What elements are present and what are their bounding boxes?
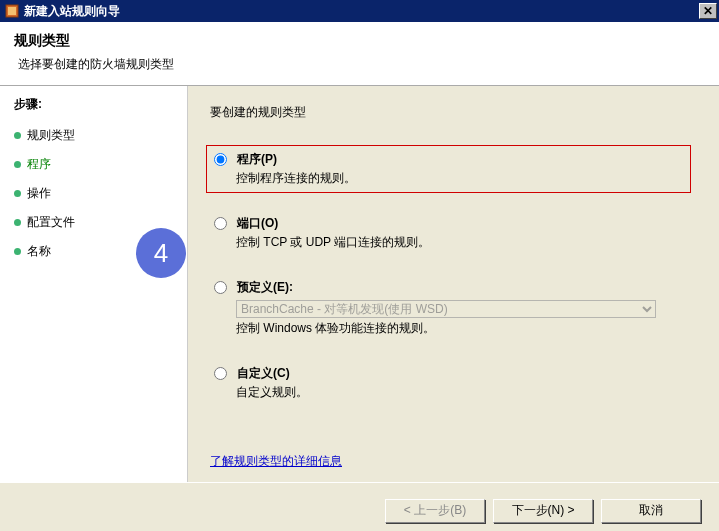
option-predefined: 预定义(E): BranchCache - 对等机发现(使用 WSD) 控制 W… xyxy=(206,273,691,343)
annotation-marker: 4 xyxy=(136,228,186,278)
option-predefined-label: 预定义(E): xyxy=(237,279,293,296)
step-label: 程序 xyxy=(27,156,51,173)
wizard-footer: < 上一步(B) 下一步(N) > 取消 xyxy=(0,482,719,531)
window-title: 新建入站规则向导 xyxy=(24,3,699,20)
option-predefined-desc: 控制 Windows 体验功能连接的规则。 xyxy=(236,320,683,337)
titlebar: 新建入站规则向导 ✕ xyxy=(0,0,719,22)
option-program-desc: 控制程序连接的规则。 xyxy=(236,170,683,187)
option-port-label: 端口(O) xyxy=(237,215,278,232)
step-label: 规则类型 xyxy=(27,127,75,144)
step-label: 操作 xyxy=(27,185,51,202)
back-button: < 上一步(B) xyxy=(385,499,485,523)
steps-heading: 步骤: xyxy=(0,96,187,121)
radio-custom[interactable] xyxy=(214,367,227,380)
step-label: 名称 xyxy=(27,243,51,260)
bullet-icon xyxy=(14,132,21,139)
option-program-label: 程序(P) xyxy=(237,151,277,168)
step-label: 配置文件 xyxy=(27,214,75,231)
option-program: 程序(P) 控制程序连接的规则。 xyxy=(206,145,691,193)
radio-predefined[interactable] xyxy=(214,281,227,294)
radio-port[interactable] xyxy=(214,217,227,230)
radio-program[interactable] xyxy=(214,153,227,166)
predefined-select: BranchCache - 对等机发现(使用 WSD) xyxy=(236,300,656,318)
close-button[interactable]: ✕ xyxy=(699,3,717,19)
bullet-icon xyxy=(14,161,21,168)
page-subtitle: 选择要创建的防火墙规则类型 xyxy=(18,56,705,73)
step-action[interactable]: 操作 xyxy=(0,179,187,208)
content-prompt: 要创建的规则类型 xyxy=(210,104,691,121)
wizard-header: 规则类型 选择要创建的防火墙规则类型 xyxy=(0,22,719,86)
page-title: 规则类型 xyxy=(14,32,705,50)
cancel-button[interactable]: 取消 xyxy=(601,499,701,523)
option-port: 端口(O) 控制 TCP 或 UDP 端口连接的规则。 xyxy=(206,209,691,257)
annotation-number: 4 xyxy=(154,238,168,269)
close-icon: ✕ xyxy=(703,4,713,18)
learn-more-link[interactable]: 了解规则类型的详细信息 xyxy=(210,453,342,470)
option-custom: 自定义(C) 自定义规则。 xyxy=(206,359,691,407)
bullet-icon xyxy=(14,219,21,226)
bullet-icon xyxy=(14,190,21,197)
bullet-icon xyxy=(14,248,21,255)
svg-rect-1 xyxy=(8,7,16,15)
option-port-desc: 控制 TCP 或 UDP 端口连接的规则。 xyxy=(236,234,683,251)
next-button[interactable]: 下一步(N) > xyxy=(493,499,593,523)
steps-sidebar: 步骤: 规则类型 程序 操作 配置文件 名称 xyxy=(0,86,188,482)
step-rule-type[interactable]: 规则类型 xyxy=(0,121,187,150)
option-custom-desc: 自定义规则。 xyxy=(236,384,683,401)
option-custom-label: 自定义(C) xyxy=(237,365,290,382)
step-program[interactable]: 程序 xyxy=(0,150,187,179)
app-icon xyxy=(4,3,20,19)
rule-type-options: 程序(P) 控制程序连接的规则。 端口(O) 控制 TCP 或 UDP 端口连接… xyxy=(206,145,691,407)
wizard-content: 要创建的规则类型 程序(P) 控制程序连接的规则。 端口(O) 控制 TCP 或… xyxy=(188,86,719,482)
